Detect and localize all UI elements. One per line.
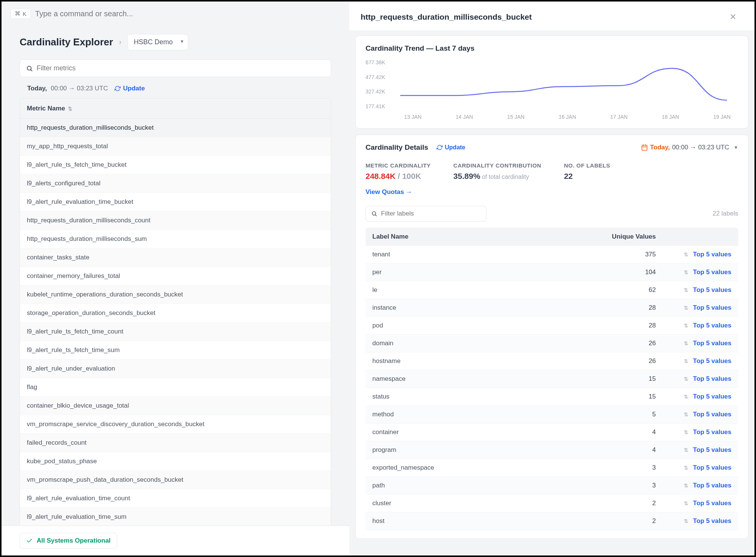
trend-card: Cardinality Trend — Last 7 days 677.38K4… xyxy=(355,36,748,129)
close-icon[interactable]: ✕ xyxy=(727,11,739,23)
sort-icon[interactable]: ⇅ xyxy=(684,429,688,435)
label-row: le 62 ⇅ Top 5 values xyxy=(366,281,738,299)
label-name: status xyxy=(372,393,588,400)
sort-icon[interactable]: ⇅ xyxy=(684,411,688,417)
status-bar: All Systems Operational xyxy=(2,526,349,555)
date-range-picker[interactable]: Today, 00:00 → 03:23 UTC ▼ xyxy=(641,144,738,151)
sort-icon[interactable]: ⇅ xyxy=(684,251,688,258)
metric-row[interactable]: failed_records_count xyxy=(20,434,331,452)
sort-icon[interactable]: ⇅ xyxy=(684,323,688,329)
labels-filter-field[interactable] xyxy=(381,210,481,217)
metric-row[interactable]: vm_promscrape_service_discovery_duration… xyxy=(20,415,331,434)
svg-point-0 xyxy=(27,66,31,70)
metric-row[interactable]: kube_pod_status_phase xyxy=(20,452,331,471)
metric-row[interactable]: vm_promscrape_push_data_duration_seconds… xyxy=(20,471,331,489)
labels-filter-input[interactable] xyxy=(366,206,486,222)
details-update-button[interactable]: Update xyxy=(437,144,465,151)
sort-icon[interactable]: ⇅ xyxy=(684,447,688,453)
sort-icon[interactable]: ⇅ xyxy=(684,465,688,471)
sort-icon[interactable]: ⇅ xyxy=(684,269,688,275)
metric-row[interactable]: http_requests_duration_milliseconds_buck… xyxy=(20,119,331,137)
metric-row[interactable]: my_app_http_requests_total xyxy=(20,137,331,156)
top-5-values-link[interactable]: Top 5 values xyxy=(693,446,731,454)
filter-metrics-field[interactable] xyxy=(37,64,325,72)
update-button[interactable]: Update xyxy=(115,85,145,92)
label-name: container xyxy=(372,428,588,436)
command-bar[interactable]: ⌘K xyxy=(2,2,349,23)
sort-icon: ⇅ xyxy=(68,106,72,112)
label-row: path 3 ⇅ Top 5 values xyxy=(366,477,738,495)
label-row: method 5 ⇅ Top 5 values xyxy=(366,406,738,424)
metric-row[interactable]: kubelet_runtime_operations_duration_seco… xyxy=(20,285,331,304)
sort-icon[interactable]: ⇅ xyxy=(684,483,688,489)
top-5-values-link[interactable]: Top 5 values xyxy=(693,268,731,276)
metric-row[interactable]: container_memory_failures_total xyxy=(20,267,331,285)
filter-metrics-input[interactable] xyxy=(20,59,331,77)
label-count: 28 xyxy=(588,304,656,312)
label-row: hostname 26 ⇅ Top 5 values xyxy=(366,352,738,370)
label-count: 2 xyxy=(588,517,656,525)
top-5-values-link[interactable]: Top 5 values xyxy=(693,500,731,507)
top-5-values-link[interactable]: Top 5 values xyxy=(693,428,731,436)
metric-row[interactable]: l9_alert_rule_evaluation_time_sum xyxy=(20,508,331,526)
command-input[interactable] xyxy=(35,9,340,18)
label-row: cluster 2 ⇅ Top 5 values xyxy=(366,495,738,512)
metric-row[interactable]: container_tasks_state xyxy=(20,248,331,267)
metric-row[interactable]: l9_alert_rule_ts_fetch_time_count xyxy=(20,323,331,341)
label-count: 4 xyxy=(588,428,656,436)
sort-icon[interactable]: ⇅ xyxy=(684,287,688,293)
project-dropdown[interactable]: HSBC Demo xyxy=(127,34,188,50)
label-name: cluster xyxy=(372,500,588,507)
sort-icon[interactable]: ⇅ xyxy=(684,305,688,311)
metrics-header[interactable]: Metric Name ⇅ xyxy=(20,99,331,119)
top-5-values-link[interactable]: Top 5 values xyxy=(693,340,731,347)
top-5-values-link[interactable]: Top 5 values xyxy=(693,393,731,400)
metric-row[interactable]: l9_alert_rule_evaluation_time_count xyxy=(20,489,331,508)
sort-icon[interactable]: ⇅ xyxy=(684,358,688,364)
metric-row[interactable]: storage_operation_duration_seconds_bucke… xyxy=(20,304,331,323)
metric-row[interactable]: l9_alert_rule_ts_fetch_time_sum xyxy=(20,341,331,360)
label-row: tenant 375 ⇅ Top 5 values xyxy=(366,246,738,264)
metric-row[interactable]: http_requests_duration_milliseconds_coun… xyxy=(20,211,331,230)
label-row: status 15 ⇅ Top 5 values xyxy=(366,388,738,406)
top-5-values-link[interactable]: Top 5 values xyxy=(693,251,731,258)
system-status[interactable]: All Systems Operational xyxy=(20,533,117,549)
metric-row[interactable]: l9_alert_rule_evaluation_time_bucket xyxy=(20,193,331,211)
breadcrumb: Cardinality Explorer › HSBC Demo xyxy=(2,23,349,59)
label-row: instance 28 ⇅ Top 5 values xyxy=(366,299,738,317)
label-name: domain xyxy=(372,340,588,347)
trend-line xyxy=(389,58,738,109)
metric-row[interactable]: flag xyxy=(20,378,331,397)
sort-icon[interactable]: ⇅ xyxy=(684,340,688,346)
label-count: 26 xyxy=(588,340,656,347)
label-count: 28 xyxy=(588,322,656,329)
top-5-values-link[interactable]: Top 5 values xyxy=(693,357,731,365)
top-5-values-link[interactable]: Top 5 values xyxy=(693,482,731,489)
view-quotas-link[interactable]: View Quotas → xyxy=(366,188,412,196)
label-name: namespace xyxy=(372,375,588,383)
chevron-right-icon: › xyxy=(119,38,121,46)
sort-icon[interactable]: ⇅ xyxy=(684,500,688,506)
sort-icon[interactable]: ⇅ xyxy=(684,376,688,382)
metric-row[interactable]: l9_alert_rule_ts_fetch_time_bucket xyxy=(20,156,331,174)
sort-icon[interactable]: ⇅ xyxy=(684,518,688,524)
label-name: host xyxy=(372,517,588,525)
top-5-values-link[interactable]: Top 5 values xyxy=(693,464,731,472)
metric-row[interactable]: l9_alert_rule_under_evaluation xyxy=(20,360,331,378)
metric-row[interactable]: http_requests_duration_milliseconds_sum xyxy=(20,230,331,248)
metric-row[interactable]: container_blkio_device_usage_total xyxy=(20,397,331,415)
metric-row[interactable]: l9_alerts_configured_total xyxy=(20,174,331,193)
svg-line-1 xyxy=(31,70,32,71)
sort-icon[interactable]: ⇅ xyxy=(684,394,688,400)
top-5-values-link[interactable]: Top 5 values xyxy=(693,304,731,312)
label-name: program xyxy=(372,446,588,454)
top-5-values-link[interactable]: Top 5 values xyxy=(693,286,731,294)
cmd-key-hint: ⌘K xyxy=(11,8,31,19)
top-5-values-link[interactable]: Top 5 values xyxy=(693,517,731,525)
top-5-values-link[interactable]: Top 5 values xyxy=(693,322,731,329)
trend-title: Cardinality Trend — Last 7 days xyxy=(366,44,738,53)
top-5-values-link[interactable]: Top 5 values xyxy=(693,411,731,418)
svg-point-6 xyxy=(372,212,376,215)
label-count: 3 xyxy=(588,464,656,472)
top-5-values-link[interactable]: Top 5 values xyxy=(693,375,731,383)
